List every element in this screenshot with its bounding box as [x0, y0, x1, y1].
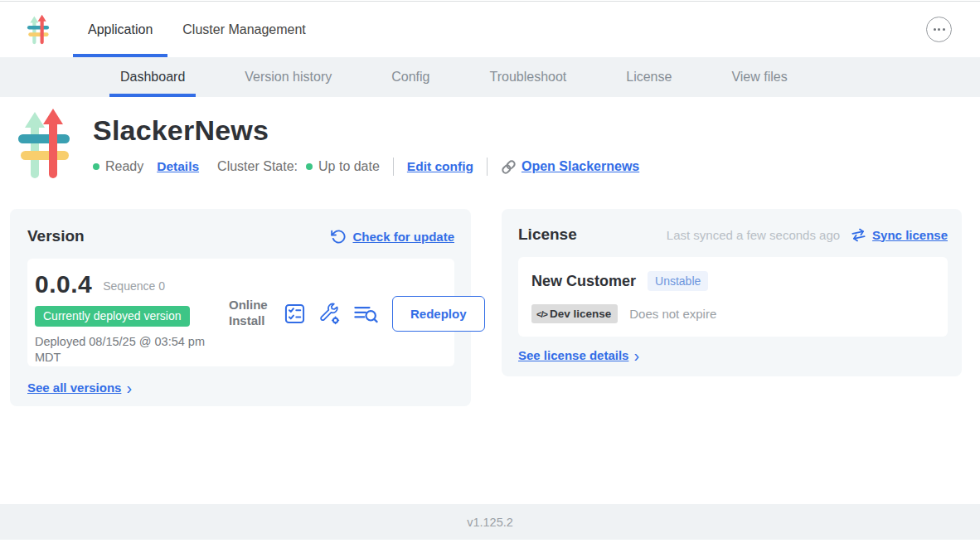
- header-tabs: Application Cluster Management: [73, 2, 321, 57]
- deployed-badge: Currently deployed version: [35, 306, 190, 327]
- license-card-header: License Last synced a few seconds ago Sy…: [518, 225, 948, 244]
- sync-license-label: Sync license: [872, 228, 948, 242]
- app-subnav: Dashboard Version history Config Trouble…: [0, 57, 980, 97]
- app-status-row: Ready Details Cluster State: Up to date …: [93, 158, 639, 176]
- tab-cluster-management-label: Cluster Management: [182, 22, 306, 37]
- version-card: Version Check for update 0.0.4 Sequence …: [10, 209, 471, 406]
- subnav-tab-view-files[interactable]: View files: [720, 57, 798, 97]
- edit-config-icon[interactable]: [318, 303, 341, 325]
- app-header: Application Cluster Management: [0, 2, 980, 57]
- dashboard-cards: Version Check for update 0.0.4 Sequence …: [0, 209, 980, 406]
- tab-cluster-management[interactable]: Cluster Management: [167, 2, 321, 57]
- subnav-tab-troubleshoot[interactable]: Troubleshoot: [478, 57, 577, 97]
- subnav-tab-config[interactable]: Config: [381, 57, 440, 97]
- page-title: SlackerNews: [93, 114, 639, 147]
- install-type-label: Online Install: [229, 298, 272, 329]
- cluster-state-value: Up to date: [318, 159, 380, 174]
- app-status-dot: [93, 163, 99, 170]
- tab-application[interactable]: Application: [73, 2, 167, 57]
- see-all-versions-link[interactable]: See all versions ›: [27, 381, 454, 395]
- preflight-checks-icon[interactable]: [284, 303, 306, 325]
- chevron-right-icon: ›: [126, 382, 132, 394]
- sequence-label: Sequence 0: [103, 279, 165, 293]
- version-action-icons: [284, 303, 379, 325]
- redeploy-button[interactable]: Redeploy: [392, 296, 485, 332]
- open-app-link[interactable]: Open Slackernews: [501, 159, 639, 175]
- subnav-tab-dashboard[interactable]: Dashboard: [109, 57, 196, 97]
- more-options-icon[interactable]: [926, 17, 952, 42]
- admin-console-page: Application Cluster Management Dashboard…: [0, 0, 980, 543]
- deployed-timestamp: Deployed 08/15/25 @ 03:54 pm MDT: [35, 334, 224, 366]
- check-for-update-label: Check for update: [352, 230, 454, 244]
- version-card-title: Version: [27, 227, 85, 245]
- chain-link-icon: [501, 159, 517, 175]
- license-type-label: Dev license: [550, 308, 611, 320]
- tab-application-label: Application: [88, 22, 153, 37]
- cluster-state-label: Cluster State:: [217, 159, 298, 174]
- open-app-link-label: Open Slackernews: [522, 159, 639, 174]
- last-synced-text: Last synced a few seconds ago: [667, 228, 840, 242]
- license-details-panel: New Customer Unstable </> Dev license Do…: [518, 257, 948, 337]
- subnav-tab-license[interactable]: License: [615, 57, 682, 97]
- slackernews-logo-icon: [27, 14, 50, 45]
- license-card: License Last synced a few seconds ago Sy…: [502, 209, 962, 376]
- hero-text: SlackerNews Ready Details Cluster State:…: [93, 114, 639, 180]
- see-license-details-link[interactable]: See license details ›: [518, 348, 948, 362]
- version-number: 0.0.4: [35, 270, 92, 298]
- console-footer: v1.125.2: [0, 504, 980, 540]
- current-version-panel: 0.0.4 Sequence 0 Currently deployed vers…: [27, 259, 454, 366]
- divider: [487, 158, 488, 176]
- check-for-update-link[interactable]: Check for update: [331, 229, 454, 245]
- code-icon: </>: [536, 309, 547, 319]
- divider: [393, 158, 394, 176]
- slackernews-app-logo: [17, 107, 71, 180]
- license-type-badge: </> Dev license: [531, 304, 618, 323]
- customer-name: New Customer: [531, 273, 636, 290]
- sync-icon: [849, 225, 868, 245]
- subnav-tab-version-history[interactable]: Version history: [234, 57, 342, 97]
- edit-config-link[interactable]: Edit config: [407, 159, 473, 174]
- see-all-versions-label: See all versions: [27, 381, 121, 395]
- view-files-icon[interactable]: [353, 303, 379, 324]
- cluster-state-dot: [306, 163, 313, 170]
- see-license-details-label: See license details: [518, 348, 628, 362]
- app-hero: SlackerNews Ready Details Cluster State:…: [0, 97, 980, 180]
- app-status-text: Ready: [105, 159, 143, 174]
- license-card-title: License: [518, 225, 577, 244]
- version-actions: Online Install: [229, 296, 485, 332]
- channel-badge: Unstable: [648, 271, 708, 291]
- expiration-text: Does not expire: [629, 307, 716, 321]
- chevron-right-icon: ›: [633, 350, 639, 361]
- console-version: v1.125.2: [467, 516, 513, 529]
- version-card-header: Version Check for update: [27, 227, 454, 245]
- status-details-link[interactable]: Details: [157, 159, 199, 174]
- refresh-icon: [331, 229, 347, 245]
- version-info: 0.0.4 Sequence 0 Currently deployed vers…: [35, 270, 227, 356]
- sync-license-link[interactable]: Sync license: [851, 227, 948, 243]
